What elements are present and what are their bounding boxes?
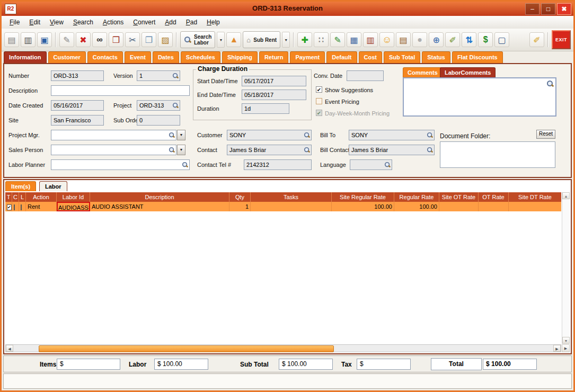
grid-header-regular-rate[interactable]: Regular Rate bbox=[394, 192, 439, 202]
delete-icon[interactable]: ✖ bbox=[76, 32, 91, 47]
tab-shipping[interactable]: Shipping bbox=[222, 51, 258, 63]
card-icon[interactable]: ▤ bbox=[396, 32, 411, 47]
tab-contacts[interactable]: Contacts bbox=[87, 51, 123, 63]
search-labor-dropdown-icon[interactable]: ▼ bbox=[217, 32, 225, 48]
row-regular-rate-cell[interactable]: 100.00 bbox=[394, 202, 439, 211]
grid-header-site-dt-rate[interactable]: Site DT Rate bbox=[509, 192, 561, 202]
edit-pencil-icon[interactable]: ✎ bbox=[59, 32, 74, 47]
project-mgr-search-icon[interactable] bbox=[169, 132, 175, 138]
tab-comments[interactable]: Comments bbox=[403, 67, 443, 77]
edit-item-icon[interactable]: ✎ bbox=[330, 32, 345, 47]
menu-pad[interactable]: Pad bbox=[181, 17, 202, 28]
tab-items[interactable]: Item(s) bbox=[5, 181, 36, 191]
grid-header-description[interactable]: Description bbox=[90, 192, 229, 202]
scroll-left-icon[interactable]: ◀ bbox=[6, 345, 13, 352]
copy-icon[interactable]: ❐ bbox=[141, 32, 156, 47]
date-created-field[interactable]: 05/16/2017 bbox=[51, 100, 104, 111]
grid-header-site-ot-rate[interactable]: Site OT Rate bbox=[439, 192, 479, 202]
bill-contact-search-icon[interactable] bbox=[427, 147, 433, 153]
customer-field[interactable]: SONY bbox=[227, 130, 312, 140]
tab-information[interactable]: Information bbox=[4, 51, 47, 63]
close-button[interactable]: ✖ bbox=[557, 3, 571, 15]
grid-header-site-regular-rate[interactable]: Site Regular Rate bbox=[332, 192, 394, 202]
sales-person-dropdown[interactable]: ▼ bbox=[177, 145, 185, 155]
eraser-icon[interactable]: ● bbox=[412, 32, 427, 47]
bill-to-field[interactable]: SONY bbox=[349, 130, 435, 140]
row-description-cell[interactable]: AUDIO ASSISTANT bbox=[90, 202, 229, 211]
grid-header-c[interactable]: C bbox=[12, 192, 19, 202]
language-field[interactable] bbox=[350, 159, 392, 170]
tab-customer[interactable]: Customer bbox=[48, 51, 86, 63]
menu-view[interactable]: View bbox=[45, 17, 68, 28]
row-site-dt-rate-cell[interactable] bbox=[509, 202, 561, 211]
show-suggestions-checkbox[interactable]: ✔ bbox=[316, 86, 322, 93]
minimize-button[interactable]: – bbox=[525, 3, 539, 15]
menu-actions[interactable]: Actions bbox=[98, 17, 128, 28]
search-labor-button[interactable]: Search Labor bbox=[180, 31, 215, 48]
grid-header-action[interactable]: Action bbox=[26, 192, 57, 202]
conv-date-field[interactable] bbox=[347, 70, 384, 81]
notebook-icon[interactable]: ❒ bbox=[109, 32, 123, 47]
tab-default[interactable]: Default bbox=[326, 51, 357, 63]
menu-search[interactable]: Search bbox=[68, 17, 98, 28]
site-field[interactable]: San Francisco bbox=[51, 115, 104, 126]
row-site-regular-rate-cell[interactable]: 100.00 bbox=[332, 202, 394, 211]
row-c-checkbox[interactable] bbox=[14, 204, 15, 210]
scroll-right-icon[interactable]: ▶ bbox=[553, 345, 561, 352]
site-building-icon[interactable]: ▥ bbox=[363, 32, 378, 47]
currency-icon[interactable]: $ bbox=[478, 32, 493, 47]
add-icon[interactable]: ✚ bbox=[297, 32, 312, 47]
start-date-field[interactable]: 05/17/2017 bbox=[242, 76, 306, 86]
tab-status[interactable]: Status bbox=[422, 51, 450, 63]
save-icon[interactable]: ▣ bbox=[37, 32, 52, 47]
edit-document-icon[interactable]: ✐ bbox=[445, 32, 460, 47]
calendar-edit-icon[interactable]: ▦ bbox=[347, 32, 361, 47]
row-ot-rate-cell[interactable] bbox=[479, 202, 509, 211]
corner-scroll-right-icon[interactable]: ▶ bbox=[562, 344, 570, 352]
menu-convert[interactable]: Convert bbox=[128, 17, 160, 28]
number-field[interactable]: ORD-313 bbox=[51, 70, 104, 81]
tab-labor[interactable]: Labor bbox=[39, 181, 67, 191]
project-mgr-dropdown[interactable]: ▼ bbox=[177, 130, 185, 140]
tab-event[interactable]: Event bbox=[125, 51, 151, 63]
grid-header-qty[interactable]: Qty bbox=[229, 192, 251, 202]
contact-tel-field[interactable]: 2142312 bbox=[244, 159, 312, 170]
menu-help[interactable]: Help bbox=[202, 17, 225, 28]
computer-icon[interactable]: ▢ bbox=[494, 32, 509, 47]
labor-comments-textarea[interactable] bbox=[403, 77, 556, 117]
cut-icon[interactable]: ✂ bbox=[125, 32, 140, 47]
row-l-checkbox[interactable] bbox=[21, 204, 22, 210]
row-t-checkbox[interactable]: ✔ bbox=[7, 204, 12, 210]
tab-payment[interactable]: Payment bbox=[290, 51, 325, 63]
row-tasks-cell[interactable] bbox=[251, 202, 332, 211]
sync-icon[interactable]: ⇅ bbox=[462, 32, 476, 47]
vertical-scrollbar[interactable]: ▲ ▼ bbox=[562, 192, 570, 344]
project-mgr-field[interactable] bbox=[51, 130, 176, 140]
contact-search-icon[interactable] bbox=[304, 147, 310, 153]
scroll-down-icon[interactable]: ▼ bbox=[562, 337, 570, 344]
tab-labor-comments[interactable]: LaborComments bbox=[440, 67, 496, 77]
duration-field[interactable]: 1d bbox=[242, 103, 289, 114]
rates-chart-icon[interactable]: ▲ bbox=[226, 32, 241, 47]
sales-person-search-icon[interactable] bbox=[169, 147, 175, 153]
document-folder-box[interactable] bbox=[440, 141, 555, 168]
grid-header-l[interactable]: L bbox=[19, 192, 26, 202]
grid-header-labor-id[interactable]: Labor Id bbox=[57, 192, 90, 202]
language-search-icon[interactable] bbox=[384, 162, 391, 168]
sub-orders-field[interactable]: 0 bbox=[137, 115, 180, 126]
bill-to-search-icon[interactable] bbox=[427, 132, 433, 138]
smiley-icon[interactable]: ☺ bbox=[379, 32, 394, 47]
new-document-icon[interactable]: ▤ bbox=[4, 32, 19, 47]
event-pricing-checkbox[interactable] bbox=[316, 98, 322, 104]
menu-file[interactable]: File bbox=[5, 17, 24, 28]
tab-schedules[interactable]: Schedules bbox=[181, 51, 220, 63]
end-date-field[interactable]: 05/18/2017 bbox=[242, 90, 306, 100]
scroll-up-icon[interactable]: ▲ bbox=[562, 192, 570, 199]
globe-user-icon[interactable]: ⊕ bbox=[429, 32, 444, 47]
grid-header-t[interactable]: T bbox=[5, 192, 12, 202]
scrollbar-thumb[interactable] bbox=[39, 345, 334, 352]
horizontal-scrollbar[interactable]: ◀ ▶ bbox=[5, 344, 561, 352]
row-action-cell[interactable]: Rent bbox=[26, 202, 57, 211]
contact-field[interactable]: James S Briar bbox=[227, 145, 312, 155]
description-field[interactable] bbox=[51, 85, 190, 96]
